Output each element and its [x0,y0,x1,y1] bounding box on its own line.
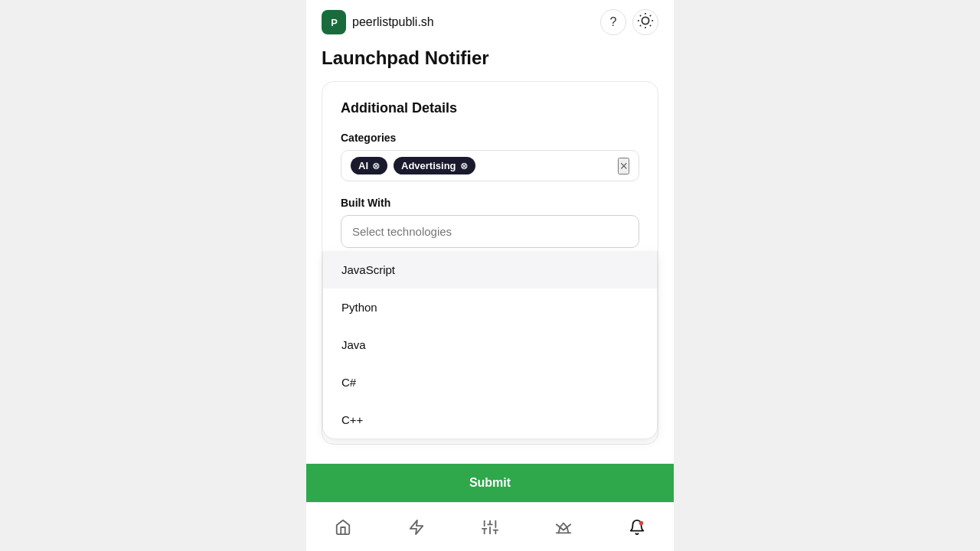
svg-line-7 [640,25,641,26]
technologies-dropdown: JavaScript Python Java C# C++ [322,251,658,439]
svg-line-3 [640,15,641,16]
nav-flash[interactable] [401,512,432,543]
top-actions: ? [600,9,658,35]
svg-line-8 [650,15,651,16]
tag-ai[interactable]: AI ⊗ [351,157,387,174]
search-input[interactable] [341,215,639,248]
dropdown-item-javascript[interactable]: JavaScript [323,251,657,289]
search-input-wrapper: JavaScript Python Java C# C++ [341,215,639,248]
built-with-label: Built With [341,197,639,209]
logo-area: P peerlistpubli.sh [322,10,434,34]
nav-sliders[interactable] [475,512,505,543]
dropdown-item-csharp[interactable]: C# [323,364,657,401]
bottom-nav [306,502,674,551]
help-icon: ? [610,15,617,29]
nav-crown[interactable] [548,512,579,543]
svg-line-4 [650,25,651,26]
tag-ai-label: AI [358,160,368,171]
svg-point-19 [639,520,644,525]
categories-row: AI ⊗ Advertising ⊗ × [341,150,639,181]
top-bar: P peerlistpubli.sh ? [306,0,674,41]
card-title: Additional Details [341,100,639,116]
categories-label: Categories [341,132,639,144]
theme-icon [637,12,654,32]
submit-button[interactable]: Submit [306,464,674,502]
tag-ai-remove-icon[interactable]: ⊗ [372,161,380,171]
page-title: Launchpad Notifier [306,41,674,81]
dropdown-item-python[interactable]: Python [323,289,657,326]
theme-button[interactable] [632,9,658,35]
tag-advertising-remove-icon[interactable]: ⊗ [460,161,468,171]
nav-home[interactable] [328,512,358,543]
logo-icon: P [322,10,346,34]
tag-advertising[interactable]: Advertising ⊗ [394,157,475,174]
svg-point-0 [642,17,648,24]
built-with-section: Built With JavaScript Python Java C# C++ [341,197,639,248]
help-button[interactable]: ? [600,9,626,35]
site-name: peerlistpubli.sh [352,15,434,29]
clear-all-button[interactable]: × [618,158,629,174]
nav-bell[interactable] [622,512,652,543]
additional-details-card: Additional Details Categories AI ⊗ Adver… [322,81,658,445]
dropdown-item-cpp[interactable]: C++ [323,401,657,439]
tag-advertising-label: Advertising [401,160,456,171]
dropdown-item-java[interactable]: Java [323,326,657,364]
svg-marker-9 [410,520,423,533]
